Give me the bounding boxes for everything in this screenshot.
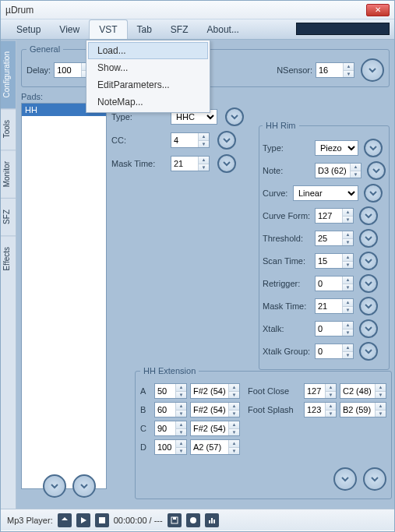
general-legend: General xyxy=(26,44,63,54)
rim-xtalk-btn[interactable] xyxy=(359,319,378,338)
rim-threshold-label: Threshold: xyxy=(263,234,312,243)
mp3-stop-button[interactable] xyxy=(95,513,109,527)
nsensor-spinner[interactable]: ▲▼ xyxy=(316,62,354,78)
dropdown-load[interactable]: Load... xyxy=(88,42,208,59)
footclose-label: Foot Close xyxy=(248,386,301,396)
rim-note-label: Note: xyxy=(263,166,312,175)
mp3-levels-button[interactable] xyxy=(205,513,219,527)
hh-type-label: Type: xyxy=(111,112,166,122)
menu-progress xyxy=(296,23,390,35)
dropdown-notemap[interactable]: NoteMap... xyxy=(88,93,208,111)
rim-xtalkg-btn[interactable] xyxy=(359,342,378,361)
dropdown-show[interactable]: Show... xyxy=(88,59,208,76)
tab-effects[interactable]: Effects xyxy=(1,235,16,281)
hh-extension-panel: HH Extension A▲▼▲▼ B▲▼▲▼ C▲▼▲▼ D▲▼▲▼ Foo… xyxy=(135,366,390,504)
delay-label: Delay: xyxy=(26,65,51,75)
close-button[interactable]: ✕ xyxy=(366,4,390,16)
footclose-note[interactable]: ▲▼ xyxy=(340,383,386,399)
mp3-eject-button[interactable] xyxy=(58,513,72,527)
hh-mask-spinner[interactable]: ▲▼ xyxy=(171,156,210,171)
menu-sfz[interactable]: SFZ xyxy=(161,19,198,39)
rim-xtalkg-spin[interactable]: ▲▼ xyxy=(315,344,354,359)
rim-note-spin[interactable]: ▲▼ xyxy=(315,163,361,178)
pads-prev-button[interactable] xyxy=(43,474,66,498)
ext-action-2[interactable] xyxy=(363,467,386,491)
footsplash-val[interactable]: ▲▼ xyxy=(304,402,337,417)
titlebar: µDrum ✕ xyxy=(1,1,394,19)
ext-d-val[interactable]: ▲▼ xyxy=(154,439,187,455)
rim-scantime-spin[interactable]: ▲▼ xyxy=(315,253,354,269)
mp3-save-button[interactable] xyxy=(168,513,182,527)
menu-view[interactable]: View xyxy=(50,19,89,39)
nsensor-up[interactable]: ▲ xyxy=(344,63,354,71)
rim-retrigger-btn[interactable] xyxy=(359,274,378,293)
ext-action-1[interactable] xyxy=(333,467,357,491)
tab-sfz[interactable]: SFZ xyxy=(1,198,16,235)
pads-nav-buttons xyxy=(40,474,96,498)
hh-mask-button[interactable] xyxy=(217,154,236,173)
tab-tools[interactable]: Tools xyxy=(1,108,16,149)
ext-b-note[interactable]: ▲▼ xyxy=(190,402,240,417)
menu-setup[interactable]: Setup xyxy=(7,19,50,39)
ext-c-val[interactable]: ▲▼ xyxy=(154,421,187,436)
rim-curveform-spin[interactable]: ▲▼ xyxy=(315,208,354,224)
rim-curve-label: Curve: xyxy=(263,188,291,198)
rim-curve-select[interactable]: Linear xyxy=(293,185,358,201)
footclose-val[interactable]: ▲▼ xyxy=(304,383,337,399)
menu-about[interactable]: About... xyxy=(198,19,249,39)
rim-type-select[interactable]: Piezo xyxy=(315,140,358,156)
window-title: µDrum xyxy=(5,5,366,16)
tab-configuration[interactable]: Configuration xyxy=(1,40,16,108)
rim-curveform-label: Curve Form: xyxy=(263,211,312,220)
footsplash-label: Foot Splash xyxy=(248,405,301,414)
side-tabs: Configuration Tools Monitor SFZ Effects xyxy=(1,40,16,509)
ext-b-label: B xyxy=(140,405,151,414)
ext-a-note[interactable]: ▲▼ xyxy=(190,383,240,399)
ext-c-note[interactable]: ▲▼ xyxy=(190,421,240,436)
rim-threshold-btn[interactable] xyxy=(359,229,378,248)
rim-curveform-btn[interactable] xyxy=(359,206,378,225)
dropdown-editparameters[interactable]: EditParameters... xyxy=(88,76,208,93)
rim-threshold-spin[interactable]: ▲▼ xyxy=(315,231,354,246)
rim-type-btn[interactable] xyxy=(364,139,383,157)
mp3-play-button[interactable] xyxy=(76,513,90,527)
menu-tab[interactable]: Tab xyxy=(128,19,161,39)
rim-scantime-btn[interactable] xyxy=(359,252,378,270)
nsensor-input[interactable] xyxy=(316,63,343,77)
delay-input[interactable] xyxy=(55,63,81,77)
mp3-record-button[interactable] xyxy=(186,513,200,527)
ext-a-val[interactable]: ▲▼ xyxy=(154,383,187,399)
rim-note-btn[interactable] xyxy=(367,161,386,180)
hh-mask-input[interactable] xyxy=(171,157,198,171)
pads-list[interactable]: HH xyxy=(21,103,107,489)
mp3-time: 00:00:00 / --- xyxy=(114,516,163,525)
rim-mask-spin[interactable]: ▲▼ xyxy=(315,298,354,314)
menu-vst[interactable]: VST xyxy=(89,19,127,39)
rim-xtalk-spin[interactable]: ▲▼ xyxy=(315,321,354,336)
nsensor-label: NSensor: xyxy=(277,65,312,75)
hh-cc-input[interactable] xyxy=(171,133,198,147)
ext-b-val[interactable]: ▲▼ xyxy=(154,402,187,417)
rim-retrigger-spin[interactable]: ▲▼ xyxy=(315,276,354,291)
ext-d-label: D xyxy=(140,442,151,452)
ext-c-label: C xyxy=(140,424,151,433)
svg-rect-4 xyxy=(209,520,210,523)
svg-point-3 xyxy=(190,517,196,523)
hh-type-button[interactable] xyxy=(225,107,244,126)
ext-a-label: A xyxy=(140,386,151,396)
tab-monitor[interactable]: Monitor xyxy=(1,150,16,198)
rim-xtalk-label: Xtalk: xyxy=(263,324,312,333)
rim-curve-btn[interactable] xyxy=(364,184,383,203)
rim-mask-btn[interactable] xyxy=(359,297,378,315)
footsplash-note[interactable]: ▲▼ xyxy=(340,402,386,417)
rim-retrigger-label: Retrigger: xyxy=(263,279,312,288)
svg-rect-6 xyxy=(213,520,215,523)
rim-xtalkg-label: Xtalk Group: xyxy=(263,347,312,356)
hh-cc-spinner[interactable]: ▲▼ xyxy=(171,132,210,148)
nsensor-button[interactable] xyxy=(361,58,384,82)
hh-cc-button[interactable] xyxy=(217,131,236,150)
pads-next-button[interactable] xyxy=(72,474,96,498)
nsensor-down[interactable]: ▼ xyxy=(344,71,354,78)
hh-cc-label: CC: xyxy=(111,136,166,145)
ext-d-note[interactable]: ▲▼ xyxy=(190,439,240,455)
